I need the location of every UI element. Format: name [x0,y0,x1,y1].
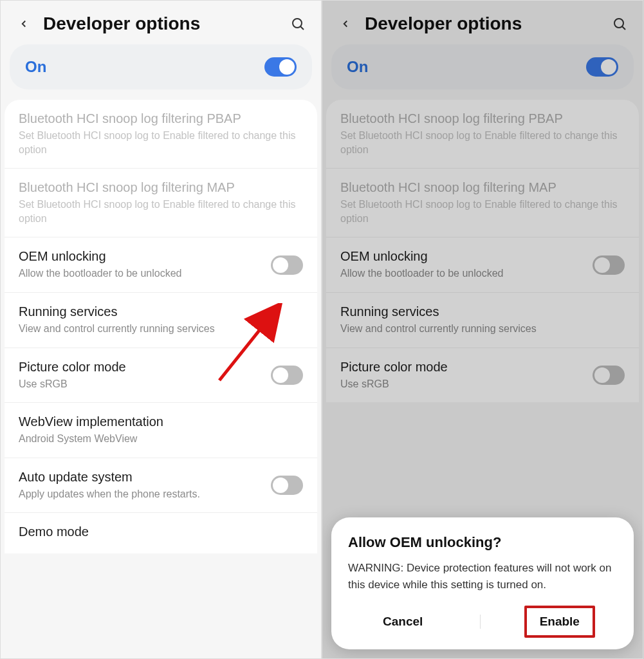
search-button[interactable] [288,14,308,34]
search-icon [612,16,627,32]
item-subtitle: Use sRGB [19,377,263,391]
master-toggle-switch[interactable] [264,57,297,77]
item-subtitle: Apply updates when the phone restarts. [19,487,263,501]
item-oem-unlocking[interactable]: OEM unlocking Allow the bootloader to be… [5,237,317,293]
item-webview[interactable]: WebView implementation Android System We… [5,403,317,458]
chevron-left-icon [340,18,351,30]
item-oem-unlocking[interactable]: OEM unlocking Allow the bootloader to be… [326,237,639,293]
dialog-separator [480,615,481,629]
settings-list: Bluetooth HCI snoop log filtering PBAP S… [326,100,639,402]
item-subtitle: Android System WebView [19,432,303,446]
item-demo-mode[interactable]: Demo mode [5,513,317,553]
chevron-left-icon [18,18,30,30]
item-title: OEM unlocking [19,249,263,264]
header: Developer options [322,1,643,44]
back-button[interactable] [335,14,356,34]
item-title: Picture color mode [340,360,585,375]
item-subtitle: Allow the bootloader to be unlocked [19,266,263,281]
oem-toggle-switch[interactable] [593,255,625,275]
item-picture-color[interactable]: Picture color mode Use sRGB [5,348,317,404]
svg-line-4 [622,26,625,30]
item-bt-map: Bluetooth HCI snoop log filtering MAP Se… [326,169,639,237]
item-title: Bluetooth HCI snoop log filtering PBAP [340,111,625,126]
confirm-dialog: Allow OEM unlocking? WARNING: Device pro… [331,517,634,649]
item-bt-pbap: Bluetooth HCI snoop log filtering PBAP S… [326,100,639,169]
search-icon [290,16,306,32]
auto-update-toggle-switch[interactable] [271,476,303,495]
svg-line-1 [300,26,304,30]
master-toggle-label: On [25,58,46,76]
item-subtitle: View and control currently running servi… [340,322,625,336]
svg-point-0 [293,19,302,28]
dialog-body: WARNING: Device protection features will… [348,560,617,593]
item-picture-color[interactable]: Picture color mode Use sRGB [326,348,639,403]
phone-screen-right: Developer options On Bluetooth HCI snoop… [322,0,643,659]
item-title: Demo mode [19,524,303,539]
item-running-services[interactable]: Running services View and control curren… [326,293,639,348]
item-subtitle: Set Bluetooth HCI snoop log to Enable fi… [19,129,303,156]
item-title: Running services [19,304,303,319]
item-subtitle: Set Bluetooth HCI snoop log to Enable fi… [19,198,303,225]
item-subtitle: Set Bluetooth HCI snoop log to Enable fi… [340,129,625,156]
dialog-actions: Cancel Enable [348,606,617,638]
item-subtitle: Allow the bootloader to be unlocked [340,266,585,281]
dialog-title: Allow OEM unlocking? [348,534,617,551]
back-button[interactable] [14,14,34,34]
picture-color-toggle-switch[interactable] [271,366,303,385]
cancel-button[interactable]: Cancel [370,608,436,635]
master-toggle-row[interactable]: On [331,44,634,89]
item-bt-map: Bluetooth HCI snoop log filtering MAP Se… [5,169,317,237]
item-running-services[interactable]: Running services View and control curren… [5,293,317,348]
master-toggle-label: On [347,58,368,76]
item-title: Bluetooth HCI snoop log filtering MAP [340,180,625,195]
master-toggle-row[interactable]: On [10,44,312,89]
item-title: Auto update system [19,470,263,485]
item-title: Running services [340,304,625,319]
item-title: Bluetooth HCI snoop log filtering PBAP [19,111,303,126]
item-title: OEM unlocking [340,249,585,264]
item-subtitle: View and control currently running servi… [19,322,303,336]
settings-list: Bluetooth HCI snoop log filtering PBAP S… [5,100,317,553]
item-title: Bluetooth HCI snoop log filtering MAP [19,180,303,195]
svg-point-3 [614,19,623,28]
item-auto-update[interactable]: Auto update system Apply updates when th… [5,458,317,514]
picture-color-toggle-switch[interactable] [593,366,625,385]
phone-screen-left: Developer options On Bluetooth HCI snoop… [0,0,322,659]
item-title: WebView implementation [19,414,303,429]
item-subtitle: Set Bluetooth HCI snoop log to Enable fi… [340,198,625,225]
oem-toggle-switch[interactable] [271,255,303,275]
item-title: Picture color mode [19,360,263,375]
page-title: Developer options [43,14,279,34]
page-title: Developer options [365,14,600,34]
item-subtitle: Use sRGB [340,377,585,391]
enable-button[interactable]: Enable [524,606,595,638]
master-toggle-switch[interactable] [586,57,618,77]
header: Developer options [1,1,321,44]
search-button[interactable] [609,14,630,34]
item-bt-pbap: Bluetooth HCI snoop log filtering PBAP S… [5,100,317,169]
